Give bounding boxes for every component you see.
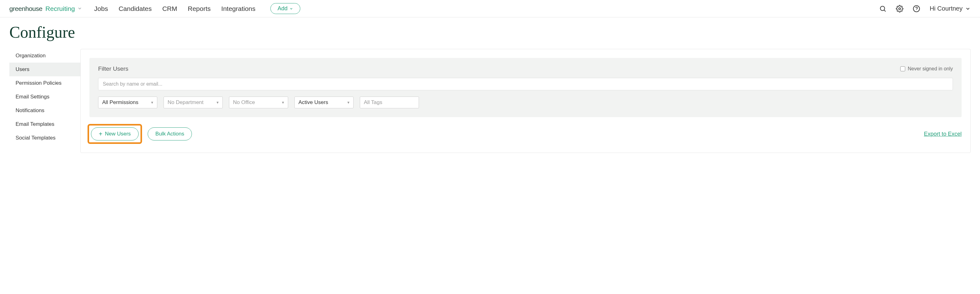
sidebar-item-label: Organization (16, 52, 46, 59)
department-select[interactable]: No Department ▼ (164, 97, 223, 108)
add-button[interactable]: Add (270, 3, 300, 14)
tags-select[interactable]: All Tags (360, 97, 419, 108)
sidebar-item-social-templates[interactable]: Social Templates (10, 131, 80, 145)
search-input[interactable] (98, 78, 953, 90)
search-icon[interactable] (879, 5, 886, 13)
add-button-label: Add (278, 5, 288, 12)
nav-crm[interactable]: CRM (162, 5, 177, 13)
sidebar-item-notifications[interactable]: Notifications (10, 104, 80, 118)
chevron-down-icon[interactable] (77, 5, 82, 13)
top-icons: Hi Courtney (879, 5, 970, 13)
checkbox-icon[interactable] (900, 66, 905, 72)
never-signed-in-label: Never signed in only (908, 66, 953, 72)
sidebar-item-email-templates[interactable]: Email Templates (10, 118, 80, 131)
filter-title: Filter Users (98, 65, 128, 72)
triangle-down-icon: ▼ (216, 100, 219, 104)
triangle-down-icon: ▼ (281, 100, 285, 104)
svg-point-3 (913, 6, 920, 12)
select-value: No Department (168, 99, 204, 105)
nav-candidates[interactable]: Candidates (119, 5, 152, 13)
filters-row: All Permissions ▼ No Department ▼ No Off… (98, 97, 953, 108)
sidebar-item-label: Email Templates (16, 121, 54, 127)
status-select[interactable]: Active Users ▼ (294, 97, 353, 108)
sidebar-item-label: Social Templates (16, 135, 56, 141)
svg-point-2 (899, 8, 900, 10)
page-title: Configure (0, 17, 980, 49)
main-panel: Filter Users Never signed in only All Pe… (80, 49, 970, 153)
sidebar-item-users[interactable]: Users (10, 63, 80, 76)
help-icon[interactable] (913, 5, 920, 13)
sidebar: Organization Users Permission Policies E… (10, 49, 80, 145)
gear-icon[interactable] (896, 5, 904, 13)
logo[interactable]: greenhouse Recruiting (10, 5, 82, 13)
top-nav: greenhouse Recruiting Jobs Candidates CR… (0, 0, 980, 17)
layout: Organization Users Permission Policies E… (0, 49, 980, 162)
svg-line-1 (885, 10, 886, 11)
office-select[interactable]: No Office ▼ (229, 97, 288, 108)
nav-integrations[interactable]: Integrations (221, 5, 255, 13)
filter-header: Filter Users Never signed in only (98, 65, 953, 72)
logo-greenhouse: greenhouse (10, 5, 42, 13)
triangle-down-icon: ▼ (347, 100, 350, 104)
chevron-down-icon (965, 6, 970, 11)
new-users-button[interactable]: + New Users (91, 127, 138, 140)
nav-jobs[interactable]: Jobs (94, 5, 108, 13)
filter-panel: Filter Users Never signed in only All Pe… (89, 58, 962, 117)
sidebar-item-label: Email Settings (16, 94, 49, 100)
actions-row: + New Users Bulk Actions Export to Excel (89, 124, 962, 144)
permissions-select[interactable]: All Permissions ▼ (98, 97, 158, 108)
plus-icon: + (99, 131, 102, 137)
greeting-text: Hi Courtney (929, 5, 963, 12)
select-value: All Permissions (102, 99, 138, 105)
export-to-excel-link[interactable]: Export to Excel (924, 131, 962, 137)
nav-links: Jobs Candidates CRM Reports Integrations (94, 5, 255, 13)
chevron-down-icon (290, 7, 293, 11)
logo-recruiting: Recruiting (46, 5, 75, 13)
sidebar-item-email-settings[interactable]: Email Settings (10, 90, 80, 104)
sidebar-item-label: Permission Policies (16, 80, 61, 86)
triangle-down-icon: ▼ (150, 100, 154, 104)
sidebar-item-organization[interactable]: Organization (10, 49, 80, 63)
bulk-actions-label: Bulk Actions (156, 131, 185, 137)
svg-point-0 (880, 6, 885, 11)
nav-reports[interactable]: Reports (188, 5, 211, 13)
user-greeting[interactable]: Hi Courtney (929, 5, 970, 12)
sidebar-item-label: Users (16, 66, 29, 72)
sidebar-item-permission-policies[interactable]: Permission Policies (10, 76, 80, 90)
sidebar-item-label: Notifications (16, 108, 45, 113)
highlight-box: + New Users (88, 124, 142, 144)
never-signed-in-checkbox[interactable]: Never signed in only (900, 66, 953, 72)
select-value: No Office (233, 99, 255, 105)
select-value: Active Users (298, 99, 328, 105)
select-value: All Tags (364, 99, 382, 105)
bulk-actions-button[interactable]: Bulk Actions (148, 127, 192, 140)
new-users-label: New Users (105, 131, 131, 137)
